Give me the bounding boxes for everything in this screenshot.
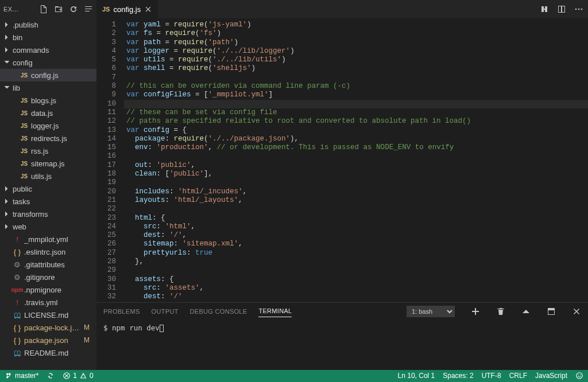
language-status[interactable]: JavaScript [535, 372, 567, 380]
warning-icon [79, 372, 87, 380]
panel-tab-debug-console[interactable]: DEBUG CONSOLE [190, 306, 247, 317]
modified-badge: M [84, 323, 93, 332]
file-config.js[interactable]: JSconfig.js [0, 69, 96, 81]
file-.gitignore[interactable]: ⚙.gitignore [0, 271, 96, 283]
new-terminal-icon[interactable] [471, 307, 480, 316]
tree-item-label: _mmpilot.yml [24, 235, 93, 244]
tree-item-label: transforms [13, 210, 93, 219]
new-file-icon[interactable] [39, 5, 48, 14]
toggle-panel-icon[interactable] [547, 307, 556, 316]
file-LICENSE.md[interactable]: 🕮LICENSE.md [0, 309, 96, 321]
split-editor-icon[interactable] [557, 5, 566, 14]
tree-item-label: web [13, 223, 93, 231]
folder-.publish[interactable]: .publish [0, 18, 96, 31]
panel-tab-terminal[interactable]: TERMINAL [258, 305, 292, 317]
more-actions-icon[interactable] [574, 5, 583, 14]
folder-public[interactable]: public [0, 182, 96, 195]
tree-item-label: .eslintrc.json [24, 248, 93, 256]
tree-item-label: redirects.js [31, 134, 93, 143]
tree-item-label: LICENSE.md [24, 311, 93, 319]
terminal-view[interactable]: $ npm run dev [96, 320, 588, 370]
refresh-icon[interactable] [69, 5, 78, 14]
tree-item-label: lib [13, 84, 93, 92]
tree-item-label: .npmignore [24, 286, 93, 294]
new-folder-icon[interactable] [54, 5, 63, 14]
folder-transforms[interactable]: transforms [0, 208, 96, 220]
file-sitemap.js[interactable]: JSsitemap.js [0, 157, 96, 170]
tree-item-label: bin [13, 33, 93, 42]
terminal-cursor [160, 325, 164, 332]
tab-bar: JS config.js [96, 0, 588, 18]
tab-label: config.js [113, 5, 141, 14]
tree-item-label: data.js [31, 109, 93, 118]
file-logger.js[interactable]: JSlogger.js [0, 119, 96, 132]
panel-tab-output[interactable]: OUTPUT [152, 306, 179, 317]
tree-item-label: README.md [24, 349, 93, 357]
tree-item-label: utils.js [31, 172, 93, 181]
folder-web[interactable]: web [0, 220, 96, 233]
file-package-lock.json[interactable]: { }package-lock.jsonM [0, 321, 96, 334]
error-count: 1 [73, 372, 77, 380]
code-content[interactable]: var yaml = require('js-yaml')var fs = re… [124, 18, 588, 302]
js-file-icon: JS [102, 6, 110, 13]
file-package.json[interactable]: { }package.jsonM [0, 334, 96, 346]
tree-item-label: tasks [13, 197, 93, 206]
folder-lib[interactable]: lib [0, 81, 96, 94]
folder-tasks[interactable]: tasks [0, 195, 96, 208]
tree-item-label: rss.js [31, 147, 93, 155]
encoding-status[interactable]: UTF-8 [482, 372, 501, 380]
tree-item-label: commands [13, 46, 93, 54]
close-tab-icon[interactable] [144, 5, 152, 13]
git-sync-status[interactable] [47, 372, 55, 380]
explorer-header: EX... [0, 0, 96, 18]
eol-status[interactable]: CRLF [509, 372, 527, 380]
tree-item-label: public [13, 185, 93, 193]
file-redirects.js[interactable]: JSredirects.js [0, 132, 96, 145]
cursor-position[interactable]: Ln 10, Col 1 [398, 372, 435, 380]
maximize-panel-icon[interactable] [521, 307, 531, 316]
folder-bin[interactable]: bin [0, 31, 96, 44]
folder-config[interactable]: config [0, 56, 96, 69]
file-README.md[interactable]: 🕮README.md [0, 346, 96, 359]
modified-badge: M [84, 336, 93, 344]
file-.gitattributes[interactable]: ⚙.gitattributes [0, 258, 96, 271]
file-rss.js[interactable]: JSrss.js [0, 145, 96, 157]
panel-tab-problems[interactable]: PROBLEMS [103, 306, 140, 317]
file-utils.js[interactable]: JSutils.js [0, 170, 96, 182]
tree-item-label: blogs.js [31, 96, 93, 105]
folder-commands[interactable]: commands [0, 44, 96, 56]
tree-item-label: .gitattributes [24, 260, 93, 269]
tree-item-label: .gitignore [24, 273, 93, 282]
explorer-sidebar: EX... .publishbincommandsconfigJSconfig.… [0, 0, 96, 370]
file-.eslintrc.json[interactable]: { }.eslintrc.json [0, 245, 96, 258]
bottom-panel: PROBLEMSOUTPUTDEBUG CONSOLETERMINAL1: ba… [96, 302, 588, 370]
feedback-icon[interactable] [575, 372, 583, 380]
file-.travis.yml[interactable]: !.travis.yml [0, 296, 96, 309]
tree-item-label: logger.js [31, 122, 93, 130]
tree-item-label: package-lock.json [24, 323, 82, 332]
file-blogs.js[interactable]: JSblogs.js [0, 94, 96, 107]
close-panel-icon[interactable] [572, 307, 581, 316]
branch-icon [5, 372, 13, 380]
kill-terminal-icon[interactable] [496, 307, 505, 316]
warning-count: 0 [90, 372, 94, 380]
code-editor[interactable]: 1234567891011121314151617181920212223242… [96, 18, 588, 302]
tree-item-label: .publish [13, 21, 93, 29]
file-.npmignore[interactable]: npm.npmignore [0, 283, 96, 296]
sync-icon [47, 372, 55, 380]
terminal-selector[interactable]: 1: bash [407, 306, 455, 317]
tab-config-js[interactable]: JS config.js [96, 0, 158, 18]
tree-item-label: config [13, 59, 93, 67]
collapse-icon[interactable] [84, 5, 93, 14]
file-_mmpilot.yml[interactable]: !_mmpilot.yml [0, 233, 96, 245]
git-branch-status[interactable]: master* [5, 372, 38, 380]
problems-status[interactable]: 1 0 [63, 372, 93, 380]
file-tree[interactable]: .publishbincommandsconfigJSconfig.jslibJ… [0, 18, 96, 370]
compare-icon[interactable] [540, 5, 549, 14]
line-gutter: 1234567891011121314151617181920212223242… [96, 18, 124, 302]
indentation-status[interactable]: Spaces: 2 [443, 372, 473, 380]
explorer-title: EX... [3, 6, 33, 13]
tree-item-label: config.js [31, 71, 93, 80]
status-bar: master* 1 0 Ln 10, Col 1 Spaces: 2 UTF-8… [0, 370, 588, 382]
file-data.js[interactable]: JSdata.js [0, 107, 96, 119]
